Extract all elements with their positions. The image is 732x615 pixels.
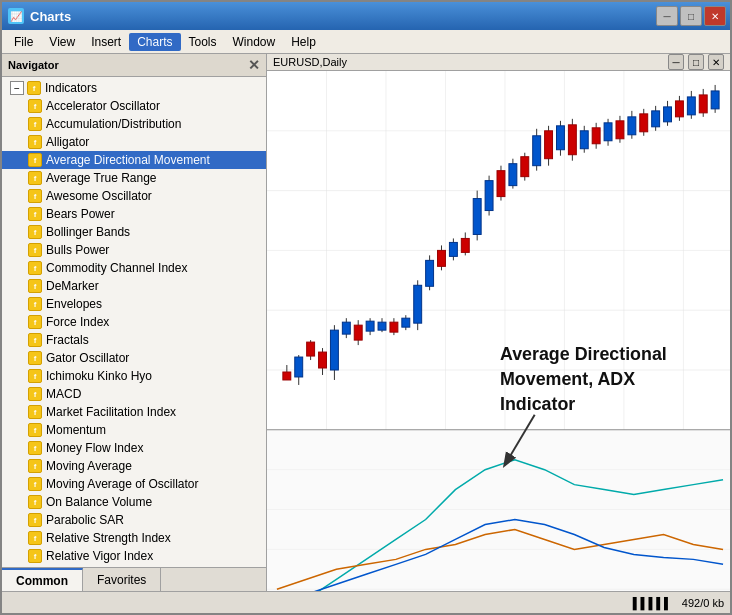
svg-rect-76 bbox=[640, 114, 648, 132]
indicator-alligator[interactable]: f Alligator bbox=[2, 133, 266, 151]
svg-rect-18 bbox=[295, 357, 303, 377]
window-title: Charts bbox=[30, 9, 71, 24]
indicator-rvi[interactable]: f Relative Vigor Index bbox=[2, 547, 266, 565]
svg-rect-48 bbox=[473, 199, 481, 235]
menu-tools[interactable]: Tools bbox=[181, 33, 225, 51]
indicator-moneyflow[interactable]: f Money Flow Index bbox=[2, 439, 266, 457]
indicator-parabolic[interactable]: f Parabolic SAR bbox=[2, 511, 266, 529]
indicator-bears[interactable]: f Bears Power bbox=[2, 205, 266, 223]
indicator-label: Market Facilitation Index bbox=[46, 405, 176, 419]
bar-chart-icon: ▌▌▌▌▌ bbox=[633, 597, 672, 609]
menu-bar: File View Insert Charts Tools Window Hel… bbox=[2, 30, 730, 54]
navigator-body[interactable]: − f Indicators f Accelerator Oscillator … bbox=[2, 77, 266, 567]
menu-help[interactable]: Help bbox=[283, 33, 324, 51]
menu-file[interactable]: File bbox=[6, 33, 41, 51]
ind-icon-mao: f bbox=[28, 477, 42, 491]
svg-rect-89 bbox=[267, 431, 730, 591]
indicators-label: Indicators bbox=[45, 81, 97, 95]
indicator-momentum[interactable]: f Momentum bbox=[2, 421, 266, 439]
main-window: 📈 Charts ─ □ ✕ File View Insert Charts T… bbox=[0, 0, 732, 615]
indicator-accelerator[interactable]: f Accelerator Oscillator bbox=[2, 97, 266, 115]
ind-icon-gator: f bbox=[28, 351, 42, 365]
indicator-mfi[interactable]: f Market Facilitation Index bbox=[2, 403, 266, 421]
indicator-awesome[interactable]: f Awesome Oscillator bbox=[2, 187, 266, 205]
main-content: Navigator ✕ − f Indicators f Accelerator… bbox=[2, 54, 730, 591]
indicator-force[interactable]: f Force Index bbox=[2, 313, 266, 331]
indicator-label: Accumulation/Distribution bbox=[46, 117, 181, 131]
menu-window[interactable]: Window bbox=[225, 33, 284, 51]
chart-maximize-btn[interactable]: □ bbox=[688, 54, 704, 70]
navigator-close-button[interactable]: ✕ bbox=[248, 57, 260, 73]
indicator-adm[interactable]: f Average Directional Movement bbox=[2, 151, 266, 169]
indicator-fractals[interactable]: f Fractals bbox=[2, 331, 266, 349]
indicator-atr[interactable]: f Average True Range bbox=[2, 169, 266, 187]
svg-rect-66 bbox=[580, 131, 588, 149]
close-button[interactable]: ✕ bbox=[704, 6, 726, 26]
maximize-button[interactable]: □ bbox=[680, 6, 702, 26]
chart-label: EURUSD,Daily bbox=[273, 56, 347, 68]
ind-icon-atr: f bbox=[28, 171, 42, 185]
chart-area: EURUSD,Daily ─ □ ✕ bbox=[267, 54, 730, 591]
indicator-envelopes[interactable]: f Envelopes bbox=[2, 295, 266, 313]
title-controls: ─ □ ✕ bbox=[656, 6, 726, 26]
indicator-bulls[interactable]: f Bulls Power bbox=[2, 241, 266, 259]
svg-text:Movement, ADX: Movement, ADX bbox=[500, 369, 635, 389]
tab-common[interactable]: Common bbox=[2, 568, 83, 591]
svg-rect-54 bbox=[509, 164, 517, 186]
menu-charts[interactable]: Charts bbox=[129, 33, 180, 51]
indicator-label: Bulls Power bbox=[46, 243, 109, 257]
ind-icon-momentum: f bbox=[28, 423, 42, 437]
tree-toggle-indicators[interactable]: − bbox=[10, 81, 24, 95]
tab-favorites[interactable]: Favorites bbox=[83, 568, 161, 591]
indicator-label: Accelerator Oscillator bbox=[46, 99, 160, 113]
minimize-button[interactable]: ─ bbox=[656, 6, 678, 26]
indicator-label: Relative Strength Index bbox=[46, 531, 171, 545]
indicator-label: Average True Range bbox=[46, 171, 157, 185]
title-bar: 📈 Charts ─ □ ✕ bbox=[2, 2, 730, 30]
svg-rect-74 bbox=[628, 117, 636, 135]
svg-rect-24 bbox=[330, 330, 338, 370]
indicator-label: Average Directional Movement bbox=[46, 153, 210, 167]
indicator-label: Moving Average bbox=[46, 459, 132, 473]
chart-minimize-btn[interactable]: ─ bbox=[668, 54, 684, 70]
tree-indicators-node[interactable]: − f Indicators bbox=[2, 79, 266, 97]
indicator-label: Bears Power bbox=[46, 207, 115, 221]
ind-icon-ma: f bbox=[28, 459, 42, 473]
svg-rect-46 bbox=[461, 238, 469, 252]
indicator-bollinger[interactable]: f Bollinger Bands bbox=[2, 223, 266, 241]
indicator-gator[interactable]: f Gator Oscillator bbox=[2, 349, 266, 367]
svg-rect-50 bbox=[485, 181, 493, 211]
indicator-label: Momentum bbox=[46, 423, 106, 437]
svg-rect-20 bbox=[307, 342, 315, 356]
coordinates-label: 492/0 kb bbox=[682, 597, 724, 609]
indicator-macd[interactable]: f MACD bbox=[2, 385, 266, 403]
indicator-ichimoku[interactable]: f Ichimoku Kinko Hyo bbox=[2, 367, 266, 385]
ind-icon-alligator: f bbox=[28, 135, 42, 149]
svg-rect-28 bbox=[354, 325, 362, 340]
indicator-obv[interactable]: f On Balance Volume bbox=[2, 493, 266, 511]
svg-rect-16 bbox=[283, 372, 291, 380]
ind-icon-fractals: f bbox=[28, 333, 42, 347]
indicator-rsi[interactable]: f Relative Strength Index bbox=[2, 529, 266, 547]
menu-view[interactable]: View bbox=[41, 33, 83, 51]
indicator-mao[interactable]: f Moving Average of Oscillator bbox=[2, 475, 266, 493]
ind-icon-bollinger: f bbox=[28, 225, 42, 239]
svg-rect-82 bbox=[675, 101, 683, 117]
indicator-demarker[interactable]: f DeMarker bbox=[2, 277, 266, 295]
indicator-label: DeMarker bbox=[46, 279, 99, 293]
svg-text:Average Directional: Average Directional bbox=[500, 344, 667, 364]
menu-insert[interactable]: Insert bbox=[83, 33, 129, 51]
indicator-label: Alligator bbox=[46, 135, 89, 149]
svg-rect-68 bbox=[592, 128, 600, 144]
svg-rect-44 bbox=[449, 242, 457, 256]
chart-close-btn[interactable]: ✕ bbox=[708, 54, 724, 70]
chart-body[interactable]: Average Directional Movement, ADX Indica… bbox=[267, 71, 730, 591]
svg-rect-32 bbox=[378, 322, 386, 330]
indicator-ma[interactable]: f Moving Average bbox=[2, 457, 266, 475]
indicator-label: Parabolic SAR bbox=[46, 513, 124, 527]
svg-rect-52 bbox=[497, 171, 505, 197]
indicator-cci[interactable]: f Commodity Channel Index bbox=[2, 259, 266, 277]
chart-controls: ─ □ ✕ bbox=[668, 54, 724, 70]
indicator-accumulation[interactable]: f Accumulation/Distribution bbox=[2, 115, 266, 133]
svg-rect-86 bbox=[699, 95, 707, 113]
